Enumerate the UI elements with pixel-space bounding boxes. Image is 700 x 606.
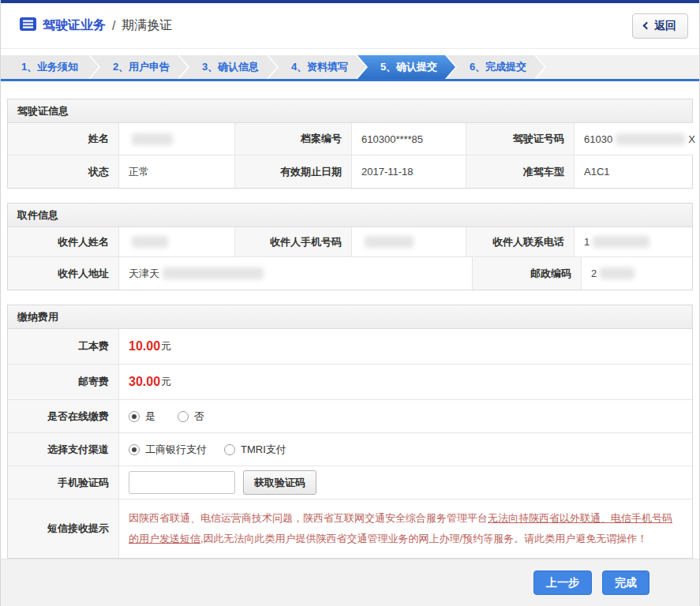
channel-tmri-label: TMRI支付 xyxy=(241,443,286,457)
radio-unselected-icon[interactable] xyxy=(178,411,189,422)
license-info-section: 驾驶证信息 姓名 档案编号 610300****85 驾驶证号码 61030 X… xyxy=(7,99,693,189)
postal-code-label: 邮政编码 xyxy=(473,257,582,290)
sms-code-input[interactable] xyxy=(129,471,235,494)
pickup-section-title: 取件信息 xyxy=(8,204,692,227)
recipient-name-label: 收件人姓名 xyxy=(8,227,119,256)
sms-code-row: 手机验证码 获取验证码 xyxy=(8,466,692,499)
step-1-business-notes[interactable]: 1、业务须知 xyxy=(1,55,99,79)
recipient-mobile-value xyxy=(352,227,466,256)
payment-channel-label: 选择支付渠道 xyxy=(8,433,119,466)
redacted-phone xyxy=(593,236,649,248)
sms-notice-row: 短信接收提示 因陕西省联通、电信运营商技术问题，陕西省互联网交通安全综合服务管理… xyxy=(8,499,692,558)
pickup-info-section: 取件信息 收件人姓名 收件人手机号码 收件人联系电话 1 收件人地址 天津天 邮… xyxy=(7,203,693,290)
redacted-recipient-name xyxy=(132,236,168,248)
online-pay-no-option[interactable]: 否 xyxy=(178,410,204,424)
channel-tmri-option[interactable]: TMRI支付 xyxy=(224,443,286,457)
online-payment-label: 是否在线缴费 xyxy=(8,400,119,432)
sms-notice-value: 因陕西省联通、电信运营商技术问题，陕西省互联网交通安全综合服务管理平台无法向持陕… xyxy=(119,499,692,558)
file-number-value: 610300****85 xyxy=(352,123,466,155)
recipient-name-value xyxy=(119,227,235,256)
page: 驾驶证业务 / 期满换证 返回 1、业务须知 2、用户申告 3、确认信息 4、资… xyxy=(0,0,700,606)
step-nav-filler xyxy=(536,55,699,79)
file-number-label: 档案编号 xyxy=(235,123,352,155)
document-list-icon xyxy=(20,17,36,34)
postage-fee-row: 邮寄费 30.00 元 xyxy=(8,365,692,400)
recipient-address-value: 天津天 xyxy=(119,257,473,290)
license-number-suffix: X xyxy=(688,133,695,145)
step-5-confirm-submit[interactable]: 5、确认提交 xyxy=(357,55,455,79)
redacted-name xyxy=(132,133,173,145)
redacted-postal-code xyxy=(600,267,634,279)
license-row-2: 状态 正常 有效期止日期 2017-11-18 准驾车型 A1C1 xyxy=(8,155,692,188)
fee-unit: 元 xyxy=(161,339,171,354)
previous-step-button[interactable]: 上一步 xyxy=(533,570,592,595)
postage-fee-value: 30.00 元 xyxy=(119,365,692,399)
recipient-address-label: 收件人地址 xyxy=(8,257,119,290)
online-pay-yes-option[interactable]: 是 xyxy=(129,410,155,424)
breadcrumb: 驾驶证业务 / 期满换证 xyxy=(20,17,172,34)
license-number-value: 61030 X xyxy=(575,123,695,155)
pickup-row-2: 收件人地址 天津天 邮政编码 2 xyxy=(8,257,692,290)
sms-code-label: 手机验证码 xyxy=(8,466,119,499)
production-fee-value: 10.00 元 xyxy=(119,329,692,364)
license-number-label: 驾驶证号码 xyxy=(466,123,575,155)
payment-fees-section: 缴纳费用 工本费 10.00 元 邮寄费 30.00 元 是否在线缴费 xyxy=(7,305,693,559)
finish-button[interactable]: 完成 xyxy=(602,570,649,595)
action-footer: 上一步 完成 xyxy=(1,559,699,606)
production-fee-amount: 10.00 xyxy=(129,339,160,354)
notice-part-1: 因陕西省联通、电信运营商技术问题，陕西省互联网交通安全综合服务管理平台 xyxy=(129,512,488,524)
phone-prefix: 1 xyxy=(584,236,590,248)
step-4-fill-data[interactable]: 4、资料填写 xyxy=(268,55,366,79)
redacted-license-number xyxy=(616,133,685,145)
payment-channel-options: 工商银行支付 TMRI支付 xyxy=(119,433,692,466)
vehicle-class-value: A1C1 xyxy=(575,155,692,188)
chevron-left-icon xyxy=(643,22,651,30)
postage-fee-amount: 30.00 xyxy=(129,375,160,389)
production-fee-row: 工本费 10.00 元 xyxy=(8,329,692,365)
redacted-mobile xyxy=(365,236,414,248)
online-payment-row: 是否在线缴费 是 否 xyxy=(8,400,692,433)
notice-part-2: ,因此无法向此类用户提供陕西省交通管理业务的网上办理/预约等服务。请此类用户避免… xyxy=(200,533,647,544)
recipient-mobile-label: 收件人手机号码 xyxy=(235,227,352,256)
name-label: 姓名 xyxy=(8,123,119,155)
pickup-row-1: 收件人姓名 收件人手机号码 收件人联系电话 1 xyxy=(8,227,692,257)
back-button[interactable]: 返回 xyxy=(632,13,688,39)
sms-code-field: 获取验证码 xyxy=(119,466,692,499)
online-pay-no-label: 否 xyxy=(194,410,204,424)
status-label: 状态 xyxy=(8,155,119,188)
radio-unselected-icon[interactable] xyxy=(224,444,235,455)
status-value: 正常 xyxy=(119,155,235,188)
license-row-1: 姓名 档案编号 610300****85 驾驶证号码 61030 X xyxy=(8,123,692,155)
page-title: 期满换证 xyxy=(122,17,172,34)
payment-channel-row: 选择支付渠道 工商银行支付 TMRI支付 xyxy=(8,433,692,466)
fee-unit: 元 xyxy=(161,375,171,389)
redacted-address xyxy=(163,267,264,279)
sms-notice-text: 因陕西省联通、电信运营商技术问题，陕西省互联网交通安全综合服务管理平台无法向持陕… xyxy=(129,508,681,549)
radio-selected-icon[interactable] xyxy=(129,444,140,455)
address-prefix: 天津天 xyxy=(129,267,159,281)
license-number-prefix: 61030 xyxy=(584,133,612,145)
get-code-button[interactable]: 获取验证码 xyxy=(243,470,316,495)
main-content: 驾驶证信息 姓名 档案编号 610300****85 驾驶证号码 61030 X… xyxy=(1,81,699,559)
channel-icbc-option[interactable]: 工商银行支付 xyxy=(129,443,207,457)
production-fee-label: 工本费 xyxy=(8,329,119,364)
license-section-title: 驾驶证信息 xyxy=(8,99,692,123)
breadcrumb-section[interactable]: 驾驶证业务 xyxy=(43,17,106,34)
online-payment-options: 是 否 xyxy=(119,400,692,432)
vehicle-class-label: 准驾车型 xyxy=(466,155,575,188)
step-2-user-declaration[interactable]: 2、用户申告 xyxy=(90,55,188,79)
step-6-finish-submit[interactable]: 6、完成提交 xyxy=(447,55,545,79)
postal-prefix: 2 xyxy=(591,267,597,279)
fees-section-title: 缴纳费用 xyxy=(8,305,692,329)
postage-fee-label: 邮寄费 xyxy=(8,365,119,399)
radio-selected-icon[interactable] xyxy=(129,411,140,422)
sms-notice-label: 短信接收提示 xyxy=(8,499,119,558)
back-button-label: 返回 xyxy=(654,19,676,33)
channel-icbc-label: 工商银行支付 xyxy=(145,443,207,457)
recipient-phone-label: 收件人联系电话 xyxy=(466,227,575,256)
page-header: 驾驶证业务 / 期满换证 返回 xyxy=(1,3,699,49)
online-pay-yes-label: 是 xyxy=(145,410,155,424)
step-3-confirm-info[interactable]: 3、确认信息 xyxy=(179,55,277,79)
name-value xyxy=(119,123,235,155)
recipient-phone-value: 1 xyxy=(575,227,692,256)
